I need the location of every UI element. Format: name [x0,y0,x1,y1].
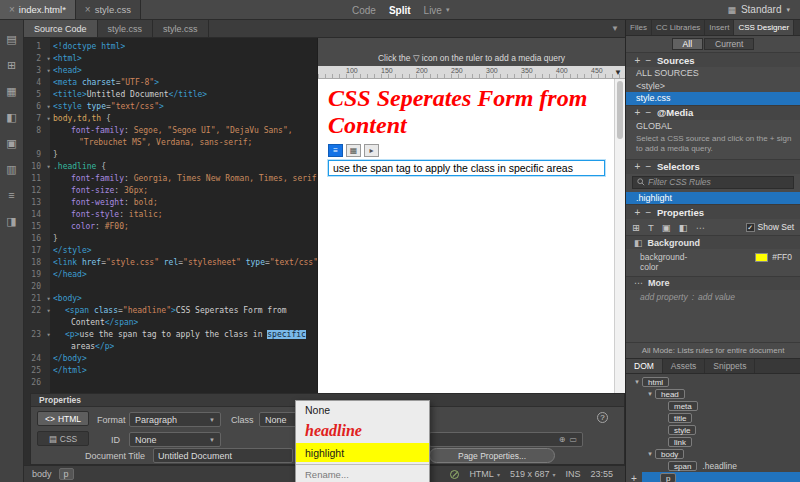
background-icon[interactable]: ◧ [679,222,688,233]
viewport-size-label[interactable]: 519 x 687 [510,469,550,479]
inspect-icon[interactable]: ▣ [0,130,24,156]
panels-icon[interactable]: ◨ [0,208,24,234]
ruler[interactable]: 100 150 200 250 300 350 400 450 ▼ [318,66,625,79]
dom-tree-row[interactable]: style [626,424,800,436]
page-properties-button[interactable]: Page Properties... [429,448,555,463]
code-row[interactable]: 25</html> [24,365,317,377]
source-item-style-css[interactable]: style.css [626,92,800,105]
related-tab-source-code[interactable]: Source Code [24,20,98,37]
current-button[interactable]: Current [704,38,754,50]
code-row[interactable]: 19</head> [24,269,317,281]
code-row[interactable]: "Trebuchet MS", Verdana, sans-serif; [24,137,317,149]
dom-element-chip[interactable]: html [642,377,669,387]
snippets-icon[interactable]: ▥ [0,156,24,182]
format-menu-icon[interactable]: ≡ [328,144,343,157]
related-tab-style-css-2[interactable]: style.css [153,20,209,37]
dom-element-chip[interactable]: meta [668,401,698,411]
menu-item-highlight[interactable]: highlight [296,443,429,462]
background-color-value[interactable]: #FF0 [772,252,792,262]
doc-tab-style-css[interactable]: × style.css [76,0,141,19]
tab-css-designer[interactable]: CSS Designer [734,20,794,35]
add-property-button[interactable]: + [632,207,643,218]
tab-insert[interactable]: Insert [705,20,734,35]
help-icon[interactable]: ? [597,412,608,423]
tag-selector-body[interactable]: body [32,469,52,479]
live-headline[interactable]: CSS Seperates Form from Content [328,85,608,139]
css-mode-button[interactable]: ▤ CSS [37,431,89,446]
expand-icon[interactable]: ▸ [364,144,379,157]
document-title-field[interactable] [153,448,293,463]
remove-property-button[interactable]: − [643,207,654,218]
tag-selector-p[interactable]: p [59,468,74,480]
format-dropdown[interactable]: Paragraph ▼ [129,412,221,427]
expand-arrow-icon[interactable]: ▾ [645,450,655,458]
checkbox-checked-icon[interactable]: ✓ [746,223,755,232]
extract-icon[interactable]: ◧ [0,104,24,130]
live-view-button[interactable]: Live [424,5,442,16]
doc-tab-index-html[interactable]: × index.html* [0,0,76,19]
code-row[interactable]: 7▾body,td,th { [24,113,317,125]
dom-element-chip[interactable]: span [668,461,697,471]
more-icon[interactable]: ⋯ [696,222,706,233]
split-view-button[interactable]: Split [389,5,411,16]
dom-tree-row[interactable]: ▾head [626,388,800,400]
scrollbar-thumb[interactable] [617,81,623,139]
open-file-icon[interactable]: ▤ [0,26,24,52]
filter-icon[interactable]: ▼ [611,24,619,33]
link-field[interactable]: ⊕ ▭ [429,432,583,447]
code-row[interactable]: 4<meta charset="UTF-8"> [24,77,317,89]
fold-arrow-icon[interactable]: ▾ [44,65,53,77]
point-to-file-icon[interactable]: ⊕ [559,435,566,444]
fold-arrow-icon[interactable]: ▾ [44,293,53,305]
menu-item-rename[interactable]: Rename... [296,467,429,481]
code-row[interactable]: 20 [24,281,317,293]
code-row[interactable]: 15color: #F00; [24,221,317,233]
dom-tree-row[interactable]: ▾html [626,376,800,388]
all-button[interactable]: All [672,38,703,50]
fold-arrow-icon[interactable]: ▾ [44,113,53,125]
dom-element-chip[interactable]: style [668,425,696,435]
text-icon[interactable]: T [648,222,654,233]
browse-folder-icon[interactable]: ▭ [569,435,577,444]
code-row[interactable]: 6▾<style type="text/css"> [24,101,317,113]
menu-icon[interactable]: ≡ [0,182,24,208]
code-row[interactable]: 21▾<body> [24,293,317,305]
fold-arrow-icon[interactable]: ▾ [44,161,53,173]
insert-image-icon[interactable]: ▦ [346,144,361,157]
code-row[interactable]: 3▾<head> [24,65,317,77]
code-row[interactable]: 18<link href="style.css" rel="stylesheet… [24,257,317,269]
code-row[interactable]: 16} [24,233,317,245]
remove-source-button[interactable]: − [643,55,654,66]
insert-panel-icon[interactable]: ⊞ [0,52,24,78]
add-source-button[interactable]: + [632,55,643,66]
code-row[interactable]: 14font-style: italic; [24,209,317,221]
fold-arrow-icon[interactable]: ▾ [44,329,53,341]
code-row[interactable]: 13font-weight: bold; [24,197,317,209]
code-row[interactable]: 11font-family: Georgia, Times New Roman,… [24,173,317,185]
show-set-toggle[interactable]: ✓ Show Set [746,222,794,232]
tab-cc-libraries[interactable]: CC Libraries [652,20,705,35]
tab-assets[interactable]: Assets [663,359,706,373]
code-row[interactable]: 5<title>Untitled Document</title> [24,89,317,101]
code-row[interactable]: 23▾<p>use the span tag to apply the clas… [24,329,317,341]
selected-paragraph[interactable]: use the span tag to apply the class in s… [328,160,605,176]
fold-arrow-icon[interactable]: ▾ [44,53,53,65]
code-row[interactable]: 26 [24,377,317,389]
color-swatch[interactable] [755,253,768,262]
close-icon[interactable]: × [9,5,15,15]
code-row[interactable]: 8font-family: Segoe, "Segoe UI", "DejaVu… [24,125,317,137]
grid-view-icon[interactable]: ▦ [0,78,24,104]
code-row[interactable]: 9} [24,149,317,161]
add-element-button[interactable]: + [626,472,642,482]
code-row[interactable]: areas</p> [24,341,317,353]
code-view-button[interactable]: Code [352,5,376,16]
dom-element-chip[interactable]: link [668,437,692,447]
media-query-marker-icon[interactable]: ▼ [614,68,622,77]
dom-tree-row[interactable]: +p [626,472,800,482]
code-row[interactable]: 12font-size: 36px; [24,185,317,197]
dom-element-chip[interactable]: body [655,449,684,459]
selector-item-highlight[interactable]: .highlight [626,192,800,205]
selector-filter-input[interactable] [648,177,789,187]
tab-snippets[interactable]: Snippets [705,359,755,373]
related-tab-style-css-1[interactable]: style.css [98,20,154,37]
